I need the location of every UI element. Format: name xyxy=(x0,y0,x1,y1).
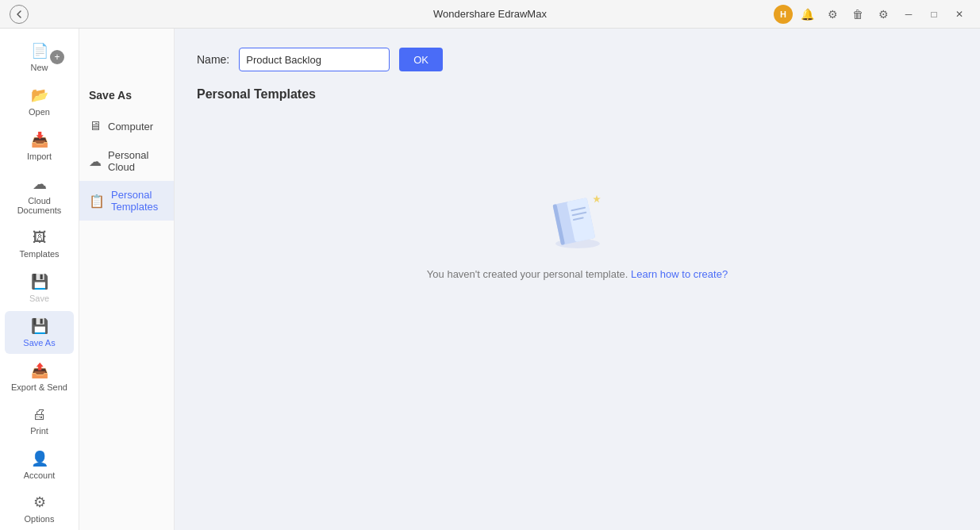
minimize-button[interactable]: ─ xyxy=(897,3,920,25)
title-bar: Wondershare EdrawMax H 🔔 ⚙ 🗑 ⚙ ─ □ ✕ xyxy=(0,0,980,29)
save-as-icon: 💾 xyxy=(31,317,48,335)
sidebar-item-new-label: New xyxy=(30,63,48,72)
mid-panel-personal-cloud-label: Personal Cloud xyxy=(108,149,164,173)
user-avatar[interactable]: H xyxy=(774,5,793,24)
cloud-icon: ☁ xyxy=(33,175,47,193)
sidebar-item-templates[interactable]: 🖼 Templates xyxy=(5,223,74,265)
sidebar-item-account-label: Account xyxy=(24,470,56,480)
mid-panel-personal-templates-label: Personal Templates xyxy=(111,189,164,213)
content-panel: Name: OK Personal Templates xyxy=(175,29,980,530)
sidebar-item-save: 💾 Save xyxy=(5,267,74,309)
notification-icon[interactable]: 🔔 xyxy=(796,3,818,25)
new-icon: 📄 xyxy=(31,42,48,60)
computer-icon: 🖥 xyxy=(89,119,102,133)
sidebar: 📄 New + 📂 Open 📥 Import ☁ Cloud Document… xyxy=(0,29,79,530)
account-icon: 👤 xyxy=(31,450,48,467)
ok-button[interactable]: OK xyxy=(399,48,443,71)
sidebar-item-open[interactable]: 📂 Open xyxy=(5,80,74,123)
sidebar-item-export-label: Export & Send xyxy=(11,382,67,392)
name-label: Name: xyxy=(197,53,229,66)
empty-state: You haven't created your personal templa… xyxy=(197,121,958,280)
export-icon: 📤 xyxy=(31,362,48,379)
sidebar-item-import[interactable]: 📥 Import xyxy=(5,125,74,167)
sidebar-item-templates-label: Templates xyxy=(19,249,59,259)
save-icon: 💾 xyxy=(31,273,48,290)
back-button[interactable] xyxy=(10,5,29,24)
learn-link[interactable]: Learn how to create? xyxy=(631,268,728,280)
sidebar-item-save-as[interactable]: 💾 Save As xyxy=(5,311,74,354)
templates-icon: 🖼 xyxy=(33,229,47,246)
close-button[interactable]: ✕ xyxy=(948,3,970,25)
new-add-icon[interactable]: + xyxy=(50,50,64,64)
print-icon: 🖨 xyxy=(33,406,47,423)
sidebar-item-account[interactable]: 👤 Account xyxy=(5,444,74,486)
sidebar-item-options[interactable]: ⚙ Options xyxy=(5,487,74,530)
name-input[interactable] xyxy=(239,48,390,71)
sidebar-item-cloud-label: Cloud Documents xyxy=(8,196,71,215)
name-row: Name: OK xyxy=(197,48,958,71)
toolbar-icon-1[interactable]: ⚙ xyxy=(821,3,844,25)
personal-templates-icon: 📋 xyxy=(89,194,105,209)
sidebar-item-open-label: Open xyxy=(29,107,50,117)
mid-panel-personal-cloud[interactable]: ☁ Personal Cloud xyxy=(79,141,174,181)
import-icon: 📥 xyxy=(31,131,48,148)
help-icon-wrapper: H xyxy=(774,5,793,24)
open-icon: 📂 xyxy=(31,86,48,104)
sidebar-item-print[interactable]: 🖨 Print xyxy=(5,400,74,442)
mid-panel-personal-templates[interactable]: 📋 Personal Templates xyxy=(79,181,174,221)
sidebar-item-import-label: Import xyxy=(27,152,52,161)
sidebar-item-print-label: Print xyxy=(30,426,48,436)
sidebar-item-export[interactable]: 📤 Export & Send xyxy=(5,355,74,398)
sidebar-item-save-label: Save xyxy=(29,294,49,303)
empty-text: You haven't created your personal templa… xyxy=(427,268,728,280)
title-bar-right: H 🔔 ⚙ 🗑 ⚙ ─ □ ✕ xyxy=(774,3,970,25)
sidebar-item-save-as-label: Save As xyxy=(23,338,55,348)
title-bar-left xyxy=(10,5,29,24)
app-body: 📄 New + 📂 Open 📥 Import ☁ Cloud Document… xyxy=(0,29,980,530)
mid-panel-computer[interactable]: 🖥 Computer xyxy=(79,111,174,141)
sidebar-bottom: 👤 Account ⚙ Options xyxy=(0,443,79,530)
mid-panel-title: Save As xyxy=(79,76,174,111)
mid-panel-computer-label: Computer xyxy=(108,121,153,132)
mid-panel: Save As 🖥 Computer ☁ Personal Cloud 📋 Pe… xyxy=(79,29,175,530)
app-title: Wondershare EdrawMax xyxy=(433,8,547,20)
section-title: Personal Templates xyxy=(197,87,958,102)
sidebar-item-new[interactable]: 📄 New + xyxy=(5,36,74,79)
empty-illustration xyxy=(542,184,613,255)
svg-marker-7 xyxy=(593,195,601,203)
sidebar-item-options-label: Options xyxy=(25,514,55,524)
toolbar-icon-3[interactable]: ⚙ xyxy=(872,3,894,25)
options-icon: ⚙ xyxy=(33,494,46,511)
personal-cloud-icon: ☁ xyxy=(89,154,102,169)
toolbar-icon-2[interactable]: 🗑 xyxy=(847,3,869,25)
maximize-button[interactable]: □ xyxy=(923,3,945,25)
sidebar-item-cloud[interactable]: ☁ Cloud Documents xyxy=(5,169,74,221)
